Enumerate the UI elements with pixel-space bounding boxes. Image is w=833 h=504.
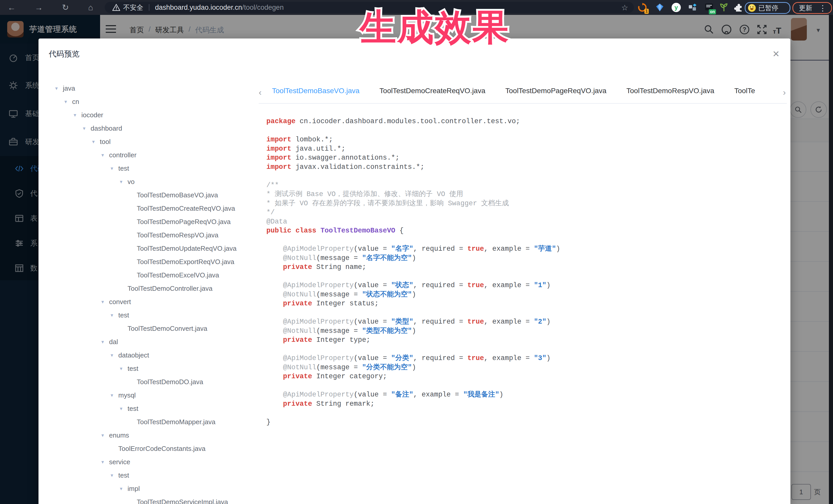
tree-folder[interactable]: ▾tool: [39, 135, 259, 148]
tree-folder[interactable]: ▾controller: [39, 148, 259, 162]
tree-node-label: tool: [100, 138, 111, 146]
tree-file[interactable]: ToolTestDemoMapper.java: [39, 415, 259, 429]
tree-node-label: ToolTestDemoExportReqVO.java: [137, 258, 234, 266]
tree-file[interactable]: ToolTestDemoRespVO.java: [39, 229, 259, 242]
tree-caret-icon[interactable]: ▾: [120, 365, 127, 371]
tab-ToolTestDemoRespVO.java[interactable]: ToolTestDemoRespVO.java: [626, 82, 714, 104]
tree-folder[interactable]: ▾enums: [39, 429, 259, 442]
tree-caret-icon[interactable]: ▾: [101, 339, 109, 345]
tree-node-label: enums: [109, 431, 129, 439]
tree-caret-icon[interactable]: ▾: [120, 485, 127, 492]
tree-caret-icon[interactable]: ▾: [101, 459, 109, 465]
extension-gem-icon[interactable]: [654, 2, 665, 13]
tree-file[interactable]: ToolTestDemoController.java: [39, 282, 259, 295]
tree-caret-icon[interactable]: ▾: [101, 152, 109, 158]
tree-file[interactable]: ToolErrorCodeConstants.java: [39, 442, 259, 455]
tree-folder[interactable]: ▾test: [39, 402, 259, 415]
tree-node-label: ToolTestDemoServiceImpl.java: [137, 498, 228, 504]
tree-file[interactable]: ToolTestDemoExportReqVO.java: [39, 255, 259, 268]
tab-ToolTe[interactable]: ToolTe: [734, 82, 755, 104]
tree-caret-icon[interactable]: ▾: [111, 165, 118, 171]
emoji-face-icon: [748, 4, 756, 12]
tree-file[interactable]: ToolTestDemoUpdateReqVO.java: [39, 242, 259, 255]
tree-folder[interactable]: ▾cn: [39, 95, 259, 108]
tab-ToolTestDemoBaseVO.java[interactable]: ToolTestDemoBaseVO.java: [272, 82, 359, 104]
tree-caret-icon[interactable]: ▾: [101, 299, 109, 305]
tree-caret-icon[interactable]: ▾: [120, 405, 127, 412]
tree-file[interactable]: ToolTestDemoConvert.java: [39, 322, 259, 335]
tree-caret-icon[interactable]: ▾: [65, 99, 72, 105]
tree-folder[interactable]: ▾convert: [39, 295, 259, 309]
tree-file[interactable]: ToolTestDemoBaseVO.java: [39, 188, 259, 202]
tree-folder[interactable]: ▾vo: [39, 175, 259, 188]
tabs-scroll-left-icon[interactable]: ‹: [259, 87, 262, 97]
tree-node-label: test: [127, 365, 138, 373]
divider: [149, 4, 149, 11]
tree-folder[interactable]: ▾test: [39, 309, 259, 322]
tree-caret-icon[interactable]: ▾: [111, 312, 118, 318]
extension-plant-icon[interactable]: [718, 2, 729, 13]
url-path: /tool/codegen: [242, 4, 284, 11]
extension-paused-pill[interactable]: 已暂停: [745, 2, 790, 14]
tree-folder[interactable]: ▾test: [39, 162, 259, 175]
update-label: 更新: [799, 4, 812, 13]
extension-on-icon[interactable]: on: [704, 2, 714, 13]
extension-grid-icon[interactable]: [687, 2, 698, 13]
tree-folder[interactable]: ▾mysql: [39, 388, 259, 402]
tree-folder[interactable]: ▾dataobject: [39, 349, 259, 362]
tree-folder[interactable]: ▾java: [39, 81, 259, 95]
window-edge-strip: [829, 15, 833, 504]
tree-node-label: java: [63, 85, 75, 92]
tree-caret-icon[interactable]: ▾: [83, 125, 91, 131]
extensions-puzzle-icon[interactable]: [733, 2, 744, 13]
tree-node-label: ToolTestDemoRespVO.java: [137, 231, 218, 239]
tree-caret-icon[interactable]: ▾: [74, 112, 81, 118]
tree-file[interactable]: ToolTestDemoPageReqVO.java: [39, 215, 259, 229]
tree-caret-icon[interactable]: ▾: [111, 392, 118, 398]
tree-node-label: controller: [109, 151, 137, 159]
tree-caret-icon[interactable]: ▾: [55, 85, 63, 91]
tree-node-label: test: [118, 165, 129, 172]
extension-letter: y: [674, 4, 678, 11]
extension-y-icon[interactable]: y: [671, 2, 682, 13]
tree-node-label: dal: [109, 338, 118, 346]
tab-ToolTestDemoPageReqVO.java[interactable]: ToolTestDemoPageReqVO.java: [505, 82, 606, 104]
tree-file[interactable]: ToolTestDemoCreateReqVO.java: [39, 202, 259, 215]
tree-caret-icon[interactable]: ▾: [120, 178, 127, 185]
reload-icon[interactable]: ↻: [60, 2, 71, 13]
tab-list: ToolTestDemoBaseVO.javaToolTestDemoCreat…: [272, 82, 772, 104]
home-icon[interactable]: ⌂: [85, 2, 96, 13]
tree-node-label: impl: [127, 485, 140, 493]
tree-folder[interactable]: ▾iocoder: [39, 108, 259, 122]
tree-node-label: dashboard: [91, 124, 122, 133]
tree-file[interactable]: ToolTestDemoExcelVO.java: [39, 268, 259, 282]
tree-folder[interactable]: ▾impl: [39, 482, 259, 495]
tree-node-label: cn: [72, 98, 79, 106]
tab-ToolTestDemoCreateReqVO.java[interactable]: ToolTestDemoCreateReqVO.java: [380, 82, 485, 104]
tree-caret-icon[interactable]: ▾: [111, 472, 118, 478]
kebab-menu-icon[interactable]: ⋮: [819, 4, 827, 13]
browser-update-button[interactable]: 更新 ⋮: [792, 2, 832, 14]
code-block: package cn.iocoder.dashboard.modules.too…: [266, 117, 785, 427]
forward-icon[interactable]: →: [33, 2, 45, 13]
tabs-scroll-right-icon[interactable]: ›: [783, 87, 786, 97]
tree-node-label: ToolTestDemoUpdateReqVO.java: [137, 244, 237, 253]
tree-caret-icon[interactable]: ▾: [92, 139, 100, 145]
bookmark-star-icon[interactable]: ☆: [621, 3, 628, 12]
tree-file[interactable]: ToolTestDemoDO.java: [39, 375, 259, 388]
tree-caret-icon[interactable]: ▾: [101, 432, 109, 438]
tree-node-label: ToolErrorCodeConstants.java: [118, 445, 206, 453]
tree-folder[interactable]: ▾dal: [39, 335, 259, 349]
tree-folder[interactable]: ▾test: [39, 469, 259, 482]
tree-node-label: mysql: [118, 391, 136, 399]
extension-refresh-icon[interactable]: 1: [637, 2, 648, 13]
close-icon[interactable]: ✕: [770, 48, 782, 59]
tree-folder[interactable]: ▾dashboard: [39, 122, 259, 135]
tree-node-label: service: [109, 458, 130, 466]
back-icon[interactable]: ←: [6, 2, 18, 13]
file-tab-bar: ‹ ToolTestDemoBaseVO.javaToolTestDemoCre…: [259, 82, 787, 104]
tree-folder[interactable]: ▾service: [39, 455, 259, 469]
tree-file[interactable]: ToolTestDemoServiceImpl.java: [39, 495, 259, 504]
tree-caret-icon[interactable]: ▾: [111, 352, 118, 358]
tree-folder[interactable]: ▾test: [39, 362, 259, 375]
